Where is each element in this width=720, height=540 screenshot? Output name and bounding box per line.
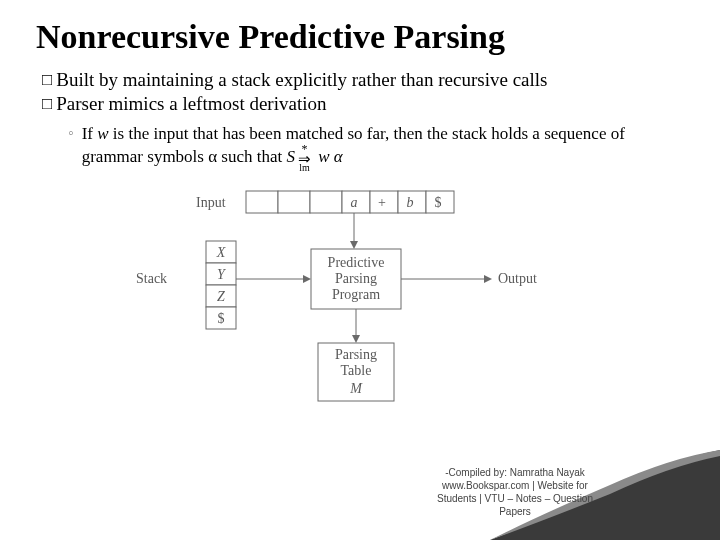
derives-symbol: *⇒lm (298, 145, 311, 171)
slide-title: Nonrecursive Predictive Parsing (36, 18, 684, 55)
svg-rect-2 (310, 191, 342, 213)
svg-marker-19 (352, 335, 360, 343)
footer-line: Students | VTU – Notes – Question (400, 492, 630, 505)
svg-rect-1 (278, 191, 310, 213)
footer: -Compiled by: Namratha Nayak www.Bookspa… (400, 466, 630, 518)
svg-rect-0 (246, 191, 278, 213)
bullet-item: □ Built by maintaining a stack explicitl… (42, 69, 684, 91)
slide: Nonrecursive Predictive Parsing □ Built … (0, 0, 720, 540)
circle-icon: ◦ (68, 123, 74, 144)
square-icon: □ (42, 69, 52, 91)
stack-cell: Z (217, 289, 225, 304)
sub-bullet-item: ◦ If w is the input that has been matche… (68, 123, 684, 171)
svg-marker-8 (350, 241, 358, 249)
program-line: Predictive (328, 255, 385, 270)
input-label: Input (196, 195, 226, 210)
input-cell: + (378, 195, 386, 210)
output-label: Output (498, 271, 537, 286)
stack-label: Stack (136, 271, 167, 286)
program-line: Parsing (335, 271, 377, 286)
footer-line: Papers (400, 505, 630, 518)
bullet-list: □ Built by maintaining a stack explicitl… (36, 69, 684, 171)
bullet-text: Built by maintaining a stack explicitly … (56, 69, 547, 91)
sub-bullet-text: If w is the input that has been matched … (82, 123, 684, 171)
diagram: a + b $ Input Predictive Parsing Program… (36, 181, 684, 411)
square-icon: □ (42, 93, 52, 115)
input-cell: b (407, 195, 414, 210)
footer-line: -Compiled by: Namratha Nayak (400, 466, 630, 479)
bullet-item: □ Parser mimics a leftmost derivation (42, 93, 684, 115)
bullet-text: Parser mimics a leftmost derivation (56, 93, 326, 115)
parser-diagram: a + b $ Input Predictive Parsing Program… (96, 181, 596, 411)
svg-marker-11 (484, 275, 492, 283)
table-line: M (349, 381, 363, 396)
input-cell: $ (435, 195, 442, 210)
table-line: Table (341, 363, 372, 378)
input-cell: a (351, 195, 358, 210)
table-line: Parsing (335, 347, 377, 362)
stack-cell: X (216, 245, 226, 260)
svg-marker-17 (303, 275, 311, 283)
program-line: Program (332, 287, 380, 302)
stack-cell: $ (218, 311, 225, 326)
footer-line: www.Bookspar.com | Website for (400, 479, 630, 492)
